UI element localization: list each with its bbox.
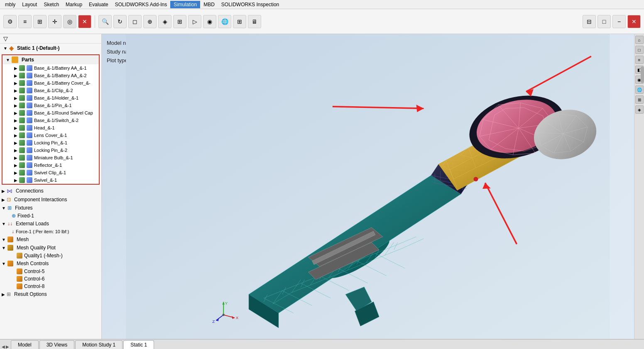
mesh-expand: ▼ (2, 237, 6, 242)
result-options-header[interactable]: ▶ ⊞ Result Options (0, 290, 101, 298)
control6-item[interactable]: Control-6 (0, 275, 101, 283)
cube-icon-4 (19, 88, 25, 93)
mesh-label: Mesh (17, 237, 29, 242)
part-item-10[interactable]: ▶ Lens Cover_&-1 (2, 132, 99, 139)
toolbar-btn-2[interactable]: ≡ (18, 15, 32, 28)
part-item-13[interactable]: ▶ Miniature Bulb_&-1 (2, 154, 99, 161)
mesh-controls-header[interactable]: ▼ Mesh Controls (0, 259, 101, 268)
ext-loads-expand: ▼ (2, 222, 6, 226)
menu-markup[interactable]: Markup (62, 1, 86, 8)
part-label-5: Base_&-1/Holder_&-1 (34, 95, 78, 100)
tab-motion-study[interactable]: Motion Study 1 (75, 340, 122, 349)
toolbar-btn-4[interactable]: ✛ (48, 15, 61, 28)
window-close[interactable]: ✕ (627, 15, 641, 28)
window-minimize[interactable]: − (612, 15, 626, 28)
cube-icon-7 (19, 110, 25, 116)
right-btn-grid[interactable]: ⊞ (635, 95, 644, 104)
cube-icon-11b (27, 140, 32, 146)
tab-model[interactable]: Model (11, 340, 39, 349)
cube-icon-9 (19, 125, 25, 131)
toolbar-sim-7[interactable]: ▷ (188, 15, 201, 28)
menu-sketch[interactable]: Sketch (40, 1, 62, 8)
toolbar-sim-1[interactable]: 🔍 (98, 15, 112, 28)
control5-item[interactable]: Control-5 (0, 268, 101, 275)
part-item-15[interactable]: ▶ Swivel Clip_&-1 (2, 169, 99, 176)
filter-icon[interactable]: ▽ (3, 35, 8, 42)
right-btn-settings[interactable]: ≡ (635, 56, 644, 64)
toolbar-btn-5[interactable]: ◎ (63, 15, 76, 28)
svg-point-142 (223, 314, 225, 316)
toolbar-btn-3[interactable]: ⊞ (33, 15, 47, 28)
menu-mbd[interactable]: MBD (200, 1, 218, 8)
toolbar-sim-8[interactable]: ◉ (203, 15, 216, 28)
right-btn-view[interactable]: □ (635, 46, 644, 54)
right-btn-scene[interactable]: 🌐 (635, 85, 644, 94)
toolbar-btn-6[interactable]: ✕ (78, 15, 91, 28)
cube-icon-5b (27, 95, 32, 101)
toolbar-sim-11[interactable]: 🖥 (248, 15, 261, 28)
menu-inspection[interactable]: SOLIDWORKS Inspection (218, 1, 282, 8)
cube-icon-1 (19, 65, 25, 71)
mesh-header[interactable]: ▼ Mesh (0, 235, 101, 244)
part-item-14[interactable]: ▶ Reflector_&-1 (2, 161, 99, 169)
toolbar-sim-9[interactable]: 🌐 (218, 15, 231, 28)
part-item-3[interactable]: ▶ Base_&-1/Battery Cover_&- (2, 79, 99, 87)
fixed-item[interactable]: ⊕ Fixed-1 (0, 212, 101, 220)
menu-addins[interactable]: SOLIDWORKS Add-Ins (112, 1, 170, 8)
part-item-16[interactable]: ▶ Swivel_&-1 (2, 176, 99, 184)
part-label-15: Swivel Clip_&-1 (34, 170, 66, 175)
cube-icon-10 (19, 132, 25, 138)
part-item-2[interactable]: ▶ Base_&-1/Battery AA_&-2 (2, 72, 99, 79)
parts-folder-icon (12, 56, 18, 63)
toolbar-sim-2[interactable]: ↻ (113, 15, 127, 28)
right-btn-home[interactable]: ⌂ (635, 36, 644, 44)
toolbar-btn-1[interactable]: ⚙ (3, 15, 17, 28)
part-item-6[interactable]: ▶ Base_&-1/Pin_&-1 (2, 102, 99, 109)
menu-layout[interactable]: Layout (19, 1, 40, 8)
cube-icon-15b (27, 170, 32, 176)
external-loads-header[interactable]: ▼ ↓↓ External Loads (0, 220, 101, 228)
fixtures-header[interactable]: ▼ ⊞ Fixtures (0, 204, 101, 212)
toolbar-sim-6[interactable]: ⊞ (173, 15, 186, 28)
svg-text:X: X (236, 315, 239, 320)
part-item-1[interactable]: ▶ Base_&-1/Battery AA_&-1 (2, 64, 99, 72)
menu-simulation[interactable]: Simulation (170, 1, 200, 8)
part-item-7[interactable]: ▶ Base_&-1/Round Swivel Cap (2, 109, 99, 117)
control8-item[interactable]: Control-8 (0, 283, 101, 290)
toolbar-sim-5[interactable]: ◈ (158, 15, 171, 28)
expand-10: ▶ (14, 133, 19, 138)
mesh-quality-plot-header[interactable]: ▼ Mesh Quality Plot (0, 244, 101, 252)
tab-3dviews[interactable]: 3D Views (39, 340, 74, 349)
quality1-item[interactable]: Quality1 (-Mesh-) (0, 252, 101, 259)
part-item-5[interactable]: ▶ Base_&-1/Holder_&-1 (2, 94, 99, 102)
toolbar-sim-4[interactable]: ⊕ (143, 15, 157, 28)
tab-nav-left[interactable]: ◀ (2, 344, 5, 349)
part-item-12[interactable]: ▶ Locking Pin_&-2 (2, 146, 99, 154)
toolbar-sim-10[interactable]: ⊞ (233, 15, 246, 28)
part-label-16: Swivel_&-1 (34, 178, 57, 183)
window-restore[interactable]: ⊟ (583, 15, 596, 28)
force-icon: ↓ (12, 229, 14, 234)
connections-header[interactable]: ▶ ⋈ Connections (0, 186, 101, 195)
force-item[interactable]: ↓ Force-1 (:Per item: 10 lbf:) (0, 228, 101, 235)
tree-root[interactable]: ▼ ◈ Static 1 (-Default-) (0, 44, 101, 53)
menu-evaluate[interactable]: Evaluate (86, 1, 112, 8)
toolbar-sim-3[interactable]: ◻ (128, 15, 142, 28)
component-interactions-header[interactable]: ▶ ⊡ Component Interactions (0, 195, 101, 204)
expand-14: ▶ (14, 163, 19, 168)
right-btn-camera[interactable]: ◈ (635, 105, 644, 114)
part-item-4[interactable]: ▶ Base_&-1/Clip_&-2 (2, 87, 99, 94)
part-label-11: Locking Pin_&-1 (34, 140, 67, 145)
fixtures-label: Fixtures (15, 205, 33, 211)
cube-icon-12 (19, 147, 25, 153)
part-item-9[interactable]: ▶ Head_&-1 (2, 124, 99, 132)
parts-header[interactable]: ▼ Parts (2, 55, 99, 64)
expand-3: ▶ (14, 81, 19, 85)
tab-static1[interactable]: Static 1 (123, 340, 154, 349)
cube-icon-14b (27, 162, 32, 168)
part-item-11[interactable]: ▶ Locking Pin_&-1 (2, 139, 99, 146)
part-item-8[interactable]: ▶ Base_&-1/Switch_&-2 (2, 117, 99, 124)
window-maximize[interactable]: □ (597, 15, 611, 28)
menu-mbly[interactable]: mbly (2, 1, 19, 8)
tab-nav-right[interactable]: ▶ (6, 344, 9, 349)
